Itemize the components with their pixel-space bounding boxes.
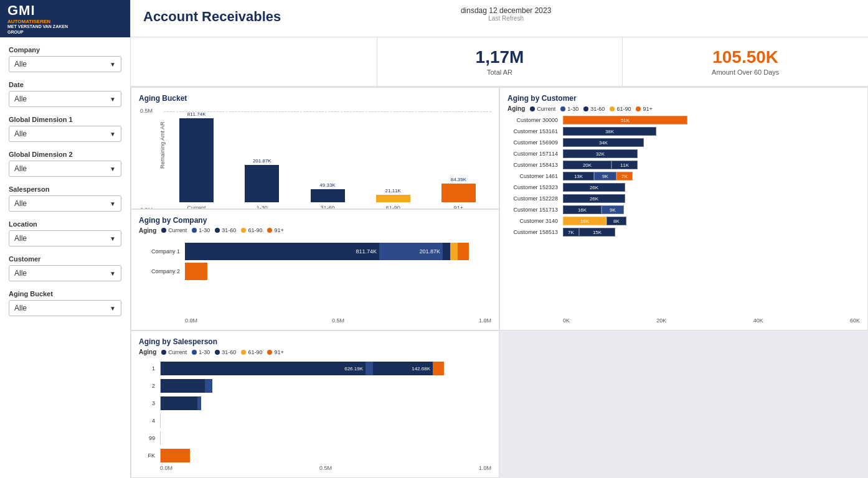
- salesperson-name: 2: [139, 383, 158, 389]
- filter-group-salesperson: Salesperson Alle ▼: [9, 185, 121, 212]
- legend-aging-label: Aging: [507, 105, 525, 112]
- customer-x-label: 60K: [850, 317, 860, 324]
- chevron-down-icon: ▼: [110, 305, 116, 312]
- customer-name: Customer 158513: [507, 229, 560, 235]
- filter-group-aging-bucket: Aging Bucket Alle ▼: [9, 290, 121, 316]
- filter-label-3: Global Dimension 2: [9, 151, 121, 158]
- customer-bar-segment: 32K: [563, 149, 638, 158]
- aging-customer-panel: Aging by Customer AgingCurrent1-3031-606…: [499, 87, 868, 330]
- salesperson-bar-wrap: [160, 449, 491, 462]
- filter-select-2[interactable]: Alle ▼: [9, 126, 121, 142]
- kpi-label-1: Amount Over 60 Days: [712, 68, 779, 76]
- legend-item-1-30: 1-30: [192, 227, 210, 233]
- filter-select-7[interactable]: Alle ▼: [9, 300, 121, 316]
- ab-bar-label: 811.74K: [187, 111, 206, 117]
- legend-dot: [215, 350, 220, 355]
- legend-item-91plus: 91+: [267, 227, 283, 233]
- legend-dot: [241, 228, 246, 233]
- customer-name: Customer 158413: [507, 162, 560, 168]
- company-x-label: 0.5M: [332, 317, 344, 324]
- aging-salesperson-panel: Aging by Salesperson AgingCurrent1-3031-…: [131, 330, 499, 478]
- filter-select-3[interactable]: Alle ▼: [9, 161, 121, 177]
- legend-item-1-30: 1-30: [560, 106, 578, 112]
- company-bar-wrap: [185, 263, 491, 280]
- customer-bar-segment: 34K: [563, 138, 644, 147]
- salesperson-bars: 1626.19K142.68K23499FK: [139, 359, 491, 462]
- aging-bucket-chart: 0.5M0.0MRemaining Amt AR811.74KCurrent20…: [139, 105, 491, 209]
- kpi-spacer: [131, 37, 377, 86]
- company-x-label: 0.0M: [185, 317, 197, 324]
- legend-aging-label: Aging: [139, 227, 156, 234]
- customer-bars-wrap: 34K: [563, 138, 860, 147]
- filter-value-3: Alle: [14, 164, 27, 173]
- filter-select-6[interactable]: Alle ▼: [9, 265, 121, 281]
- customer-row: Customer 15690934K: [507, 138, 860, 147]
- salesperson-name: 99: [139, 435, 158, 441]
- company-bar-wrap: 811.74K201.87K: [185, 243, 491, 260]
- main-content: Account Receivables dinsdag 12 december …: [131, 0, 868, 478]
- company-bar-segment: [443, 243, 450, 260]
- salesperson-row: 99: [139, 431, 491, 445]
- filter-value-7: Alle: [14, 304, 27, 312]
- company-row: Company 2: [139, 263, 491, 280]
- ab-bar: [441, 184, 476, 202]
- filter-select-0[interactable]: Alle ▼: [9, 56, 121, 72]
- salesperson-row: 2: [139, 379, 491, 393]
- legend-dot: [192, 228, 197, 233]
- salesperson-row: FK: [139, 449, 491, 462]
- legend-item-current: Current: [161, 349, 187, 355]
- company-row: Company 1811.74K201.87K: [139, 243, 491, 260]
- filter-value-4: Alle: [14, 199, 27, 208]
- filter-label-5: Location: [9, 220, 121, 228]
- ab-bar: [376, 195, 410, 202]
- aging-bucket-title: Aging Bucket: [139, 94, 491, 103]
- company-legend: AgingCurrent1-3031-6061-9091+: [139, 227, 491, 234]
- aging-company-title: Aging by Company: [139, 216, 491, 225]
- filter-select-1[interactable]: Alle ▼: [9, 91, 121, 107]
- filter-group-global-dimension-1: Global Dimension 1 Alle ▼: [9, 116, 121, 142]
- customer-bar-segment: 8K: [606, 217, 626, 225]
- ab-bar-group-2: 49.33K31-60: [295, 182, 360, 209]
- customer-row: Customer 15841320K11K: [507, 161, 860, 169]
- logo-sub: AUTOMATISEREN MET VERSTAND VAN ZAKEN GRO…: [7, 19, 68, 35]
- filter-select-5[interactable]: Alle ▼: [9, 230, 121, 246]
- legend-item-61-90: 61-90: [241, 227, 262, 233]
- filter-label-2: Global Dimension 1: [9, 116, 121, 123]
- chevron-down-icon: ▼: [110, 270, 116, 277]
- customer-bars-wrap: 38K: [563, 127, 860, 136]
- company-bar-segment: [458, 243, 469, 260]
- customer-x-label: 0K: [563, 317, 570, 324]
- salesperson-x-label: 0.5M: [319, 465, 332, 471]
- salesperson-bar-segment: [366, 362, 373, 375]
- salesperson-bar-wrap: [160, 379, 491, 393]
- kpi-value-0: 1,17M: [476, 47, 524, 67]
- customer-row: Customer 15711432K: [507, 149, 860, 158]
- customer-row: Customer 15232326K: [507, 183, 860, 192]
- ab-bar-label: 84.39K: [451, 177, 466, 182]
- legend-dot: [161, 228, 166, 233]
- legend-dot: [161, 350, 166, 355]
- filter-value-6: Alle: [14, 269, 27, 278]
- salesperson-row: 1626.19K142.68K: [139, 362, 491, 375]
- customer-bars-wrap: 26K: [563, 194, 860, 203]
- customer-x-label: 40K: [753, 317, 763, 324]
- filter-value-5: Alle: [14, 234, 27, 243]
- aging-salesperson-title: Aging by Salesperson: [139, 337, 491, 346]
- filter-group-company: Company Alle ▼: [9, 46, 121, 72]
- company-x-axis: 0.0M0.5M1.0M: [139, 317, 491, 324]
- company-bar-segment: [185, 263, 207, 280]
- salesperson-row: 3: [139, 396, 491, 410]
- legend-dot: [192, 350, 197, 355]
- kpi-label-0: Total AR: [487, 68, 512, 76]
- filter-select-4[interactable]: Alle ▼: [9, 195, 121, 212]
- salesperson-bar-segment: 142.68K: [373, 362, 433, 375]
- legend-item-1-30: 1-30: [192, 349, 210, 355]
- ab-bar-group-4: 84.39K91+: [426, 177, 491, 209]
- company-bars: Company 1811.74K201.87KCompany 2: [139, 238, 491, 316]
- filter-label-4: Salesperson: [9, 185, 121, 193]
- ab-bar: [311, 189, 345, 202]
- legend-item-61-90: 61-90: [610, 106, 631, 112]
- page-title: Account Receivables: [143, 9, 281, 25]
- customer-name: Customer 152228: [507, 195, 560, 202]
- customer-name: Customer 153161: [507, 128, 560, 134]
